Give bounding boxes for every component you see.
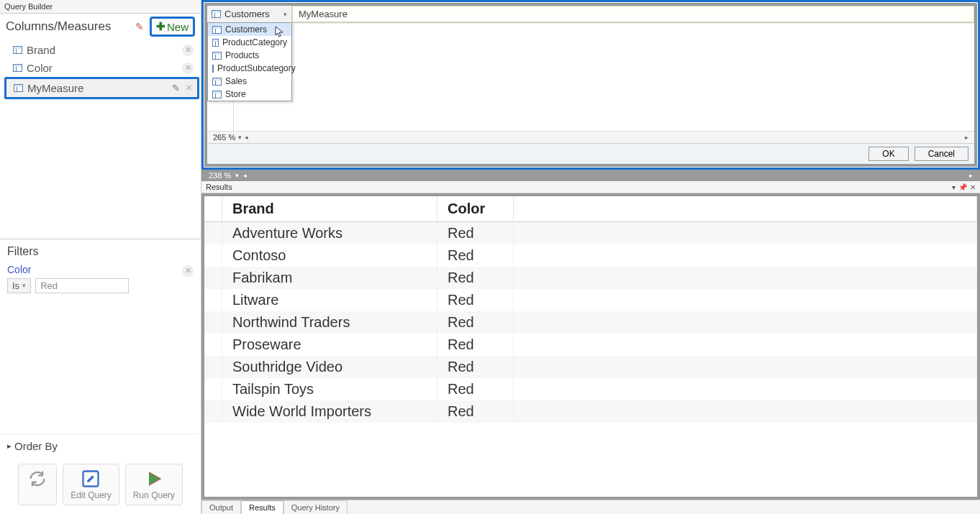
table-row[interactable]: Wide World ImportersRed: [204, 400, 977, 423]
query-builder-titlebar: Query Builder: [0, 0, 201, 14]
cell-empty: [513, 267, 976, 289]
column-item-brand[interactable]: Brand ✕: [9, 41, 196, 59]
table-row[interactable]: ProsewareRed: [204, 334, 977, 356]
dropdown-item-store[interactable]: Store: [208, 88, 291, 101]
column-item-color[interactable]: Color ✕: [9, 59, 196, 77]
col-header-brand[interactable]: Brand: [222, 196, 437, 222]
cell[interactable]: Adventure Works: [222, 222, 437, 245]
table-row[interactable]: Tailspin ToysRed: [204, 378, 977, 400]
results-menu-icon[interactable]: ▾: [952, 183, 956, 191]
table-dropdown-list: Customers ProductCategory Products Produ…: [207, 22, 292, 101]
cell[interactable]: Proseware: [222, 334, 437, 356]
col-header-color[interactable]: Color: [437, 196, 514, 222]
cell[interactable]: Fabrikam: [222, 267, 437, 289]
orderby-section[interactable]: ▸ Order By: [0, 433, 201, 458]
dropdown-item-productcategory[interactable]: ProductCategory: [208, 36, 291, 49]
new-label: New: [167, 21, 189, 33]
cell[interactable]: Red: [437, 334, 514, 356]
tab-output[interactable]: Output: [201, 500, 241, 514]
row-handle[interactable]: [204, 244, 222, 267]
columns-header: Columns/Measures: [6, 19, 111, 34]
filter-operator-dropdown[interactable]: Is ▾: [7, 278, 31, 293]
results-scroll[interactable]: Brand Color Adventure WorksRedContosoRed…: [204, 196, 977, 497]
chevron-down-icon[interactable]: ▾: [235, 172, 239, 179]
edit-query-button[interactable]: Edit Query: [63, 464, 119, 505]
filters-section: Filters Color ✕ Is ▾: [0, 239, 201, 296]
row-handle[interactable]: [204, 267, 222, 289]
query-builder-title: Query Builder: [4, 2, 53, 11]
row-handle[interactable]: [204, 356, 222, 378]
dropdown-item-productsubcategory[interactable]: ProductSubcategory: [208, 62, 291, 75]
refresh-button[interactable]: [18, 464, 57, 505]
col-header-empty: [513, 196, 976, 222]
cell-empty: [513, 378, 976, 400]
filter-value-input[interactable]: [35, 278, 129, 293]
remove-filter-icon[interactable]: ✕: [182, 265, 194, 277]
filter-field[interactable]: Color: [7, 264, 31, 275]
edit-query-icon: [79, 469, 102, 489]
table-icon: [212, 52, 222, 60]
cell[interactable]: Red: [437, 222, 514, 245]
cell[interactable]: Red: [437, 356, 514, 378]
cell[interactable]: Red: [437, 267, 514, 289]
cell[interactable]: Litware: [222, 289, 437, 311]
cell[interactable]: Red: [437, 400, 514, 423]
formula-input[interactable]: MyMeasure: [292, 6, 974, 22]
remove-column-icon[interactable]: ✕: [182, 45, 194, 56]
row-handle[interactable]: [204, 311, 222, 334]
cell-empty: [513, 244, 976, 267]
secondary-zoom: 238 %: [209, 171, 231, 180]
refresh-icon: [26, 469, 49, 489]
table-icon: [212, 78, 222, 86]
edit-measure-icon[interactable]: ✎: [172, 83, 180, 93]
dropdown-item-customers[interactable]: Customers: [208, 23, 291, 36]
cell[interactable]: Tailspin Toys: [222, 378, 437, 400]
results-titlebar: Results ▾ 📌 ✕: [201, 181, 980, 193]
row-handle[interactable]: [204, 222, 222, 245]
scroll-left-icon[interactable]: ◂: [243, 172, 247, 179]
scroll-right-icon[interactable]: ▸: [965, 134, 968, 141]
table-dropdown[interactable]: Customers ▾: [207, 6, 292, 22]
table-row[interactable]: LitwareRed: [204, 289, 977, 311]
new-measure-button[interactable]: ✚ New: [150, 17, 195, 37]
row-handle[interactable]: [204, 289, 222, 311]
cell[interactable]: Red: [437, 244, 514, 267]
bottom-tabs: Output Results Query History: [201, 500, 980, 514]
remove-column-icon[interactable]: ✕: [182, 63, 194, 74]
pin-icon[interactable]: 📌: [958, 183, 967, 191]
row-handle[interactable]: [204, 400, 222, 423]
run-query-button[interactable]: Run Query: [125, 464, 183, 505]
clear-columns-icon[interactable]: ✎: [132, 21, 147, 32]
row-handle[interactable]: [204, 378, 222, 400]
cell[interactable]: Red: [437, 289, 514, 311]
dropdown-item-sales[interactable]: Sales: [208, 75, 291, 88]
scroll-left-icon[interactable]: ◂: [245, 134, 248, 141]
row-handle[interactable]: [204, 334, 222, 356]
table-row[interactable]: Adventure WorksRed: [204, 222, 977, 245]
query-builder-panel: Query Builder Columns/Measures ✎ ✚ New B…: [0, 0, 201, 514]
formula-footer: OK Cancel: [207, 143, 974, 164]
table-row[interactable]: FabrikamRed: [204, 267, 977, 289]
dropdown-item-products[interactable]: Products: [208, 49, 291, 62]
close-icon[interactable]: ✕: [970, 183, 976, 191]
zoom-dropdown-icon[interactable]: ▾: [238, 134, 242, 141]
table-icon: [212, 39, 219, 47]
column-item-mymeasure[interactable]: MyMeasure ✎ ✕: [4, 77, 199, 99]
table-row[interactable]: Southridge VideoRed: [204, 356, 977, 378]
column-icon: [13, 46, 22, 54]
table-row[interactable]: Northwind TradersRed: [204, 311, 977, 334]
cell[interactable]: Wide World Importers: [222, 400, 437, 423]
formula-canvas[interactable]: [207, 23, 974, 131]
cell[interactable]: Northwind Traders: [222, 311, 437, 334]
cancel-button[interactable]: Cancel: [915, 147, 968, 161]
cell[interactable]: Red: [437, 311, 514, 334]
table-row[interactable]: ContosoRed: [204, 244, 977, 267]
cell[interactable]: Southridge Video: [222, 356, 437, 378]
cell[interactable]: Contoso: [222, 244, 437, 267]
scroll-right-icon[interactable]: ▸: [969, 172, 973, 179]
tab-query-history[interactable]: Query History: [283, 500, 348, 514]
cell[interactable]: Red: [437, 378, 514, 400]
ok-button[interactable]: OK: [868, 147, 908, 161]
tab-results[interactable]: Results: [241, 500, 283, 514]
remove-measure-icon[interactable]: ✕: [183, 83, 194, 94]
